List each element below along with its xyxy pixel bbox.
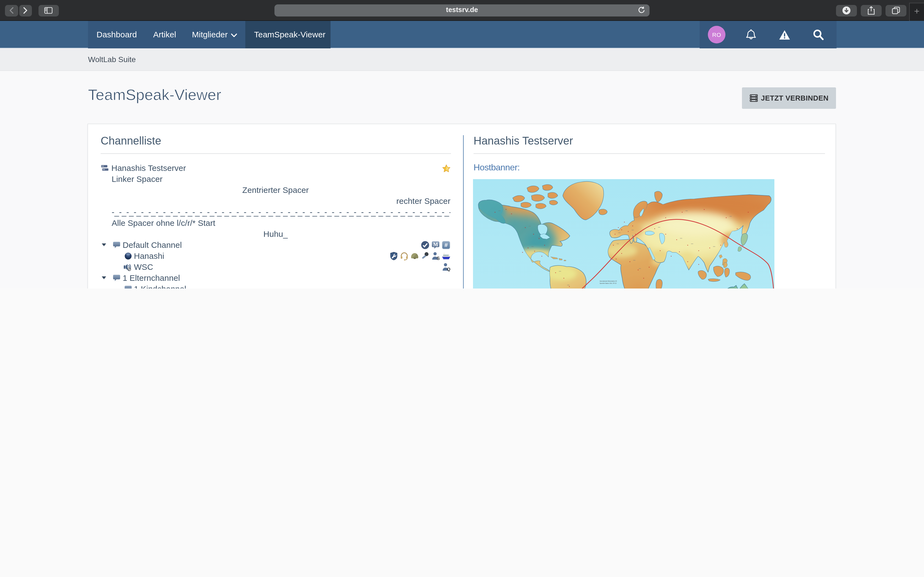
svg-text:Spezielle Station USA, STI 23: Spezielle Station USA, STI 23 bbox=[599, 282, 616, 284]
svg-text:Internationale Wetterstation 3: Internationale Wetterstation 33 bbox=[599, 280, 617, 282]
